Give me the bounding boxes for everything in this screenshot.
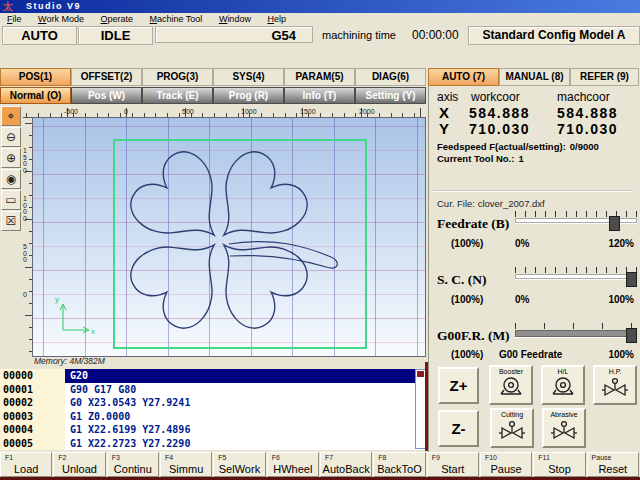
toolpath-canvas[interactable]: x y — [32, 117, 426, 357]
g00fr-label: G00F.R. (M) — [437, 328, 510, 344]
fkey-autoback[interactable]: F7 AutoBack — [320, 452, 372, 477]
menu-bar: File Work Mode Operate Machine Tool Wind… — [0, 13, 640, 26]
sc-slider[interactable] — [515, 267, 637, 287]
wcs-indicator: G54 — [155, 26, 313, 43]
gcode-text: G90 G17 G80 — [70, 383, 136, 397]
gcode-text: G1 Z0.0000 — [70, 410, 130, 424]
tab-prog[interactable]: PROG(3) — [142, 68, 213, 86]
feedrate-slider[interactable] — [515, 211, 637, 231]
ruler-label: 1000 — [23, 196, 30, 222]
program-row[interactable]: 00005 G1 X22.2723 Y27.2290 — [0, 437, 415, 451]
booster-label: Booster — [491, 368, 531, 375]
tab-auto[interactable]: AUTO (7) — [428, 68, 499, 86]
x-machcoor-value: 584.888 — [557, 105, 618, 121]
subtab-info[interactable]: Info (T) — [284, 87, 355, 104]
z-plus-button[interactable]: Z+ — [438, 367, 479, 404]
menu-item-file[interactable]: File — [0, 13, 29, 26]
fkey-reset[interactable]: Pause Reset — [587, 452, 639, 477]
view-locate-icon[interactable]: ⌖ — [1, 106, 21, 126]
booster-button[interactable]: Booster — [489, 365, 533, 405]
fkey-code: F1 — [5, 454, 13, 461]
function-key-bar: F1 Load F2 Unload F3 Continu F4 Simmu F5… — [0, 452, 640, 477]
pump-icon — [550, 376, 576, 398]
menu-item-machine-tool[interactable]: Machine Tool — [142, 13, 209, 26]
fkey-label: SelWork — [214, 463, 264, 475]
tab-offset[interactable]: OFFSET(2) — [71, 68, 142, 86]
z-minus-button[interactable]: Z- — [438, 410, 479, 447]
fkey-simmu[interactable]: F4 Simmu — [160, 452, 212, 477]
slider-track[interactable] — [515, 274, 637, 279]
current-file-value: clover_2007.dxf — [478, 198, 545, 209]
menu-item-help[interactable]: Help — [260, 13, 293, 26]
fkey-backtoo[interactable]: F8 BackToO — [373, 452, 425, 477]
tab-diag[interactable]: DIAG(6) — [355, 68, 426, 86]
clover-leaf — [122, 143, 245, 266]
zoom-in-icon[interactable]: ⊕ — [1, 148, 21, 168]
fkey-label: Start — [428, 463, 478, 475]
cutting-button[interactable]: Cutting — [490, 408, 534, 448]
tab-sys[interactable]: SYS(4) — [213, 68, 284, 86]
fkey-unload[interactable]: F2 Unload — [53, 452, 105, 477]
program-listing[interactable]: 00000 G20 00001 G90 G17 G80 00002 G0 X23… — [0, 369, 428, 450]
fkey-label: Stop — [534, 463, 584, 475]
fkey-label: AutoBack — [321, 463, 371, 475]
gcode-text: G20 — [70, 369, 88, 383]
menu-item-operate[interactable]: Operate — [93, 13, 140, 26]
fkey-load[interactable]: F1 Load — [0, 452, 52, 477]
hp-label: H.P. — [595, 368, 635, 375]
fkey-pause[interactable]: F10 Pause — [480, 452, 532, 477]
ruler-label: 0 — [23, 292, 30, 299]
slider-track[interactable] — [515, 330, 637, 337]
feedrate-slider-thumb[interactable] — [609, 216, 620, 231]
feedrate-min: 0% — [515, 238, 529, 249]
x-workcoor-value: 584.888 — [469, 105, 530, 121]
scrollbar-thumb[interactable] — [417, 371, 424, 377]
tab-refer[interactable]: REFER (9) — [570, 68, 639, 86]
line-number: 00004 — [3, 423, 33, 437]
clear-trace-icon[interactable]: ☒ — [1, 211, 21, 231]
program-row[interactable]: 00002 G0 X23.0543 Y27.9241 — [0, 396, 415, 410]
fkey-code: Pause — [592, 454, 612, 461]
hp-button[interactable]: H.P. — [593, 365, 637, 405]
subtab-normal[interactable]: Normal (O) — [0, 87, 71, 104]
fit-rect-icon[interactable]: ▭ — [1, 190, 21, 210]
program-row[interactable]: 00000 G20 — [0, 369, 415, 383]
coord-header-axis: axis — [437, 90, 458, 104]
fkey-code: F10 — [485, 454, 497, 461]
toolpath-preview: x y — [33, 118, 425, 356]
y-workcoor-value: 710.030 — [469, 121, 530, 137]
g00fr-mid-label: G00 Feedrate — [499, 349, 562, 360]
fkey-start[interactable]: F9 Start — [427, 452, 479, 477]
menu-item-window[interactable]: Window — [212, 13, 258, 26]
fkey-hwheel[interactable]: F6 HWheel — [267, 452, 319, 477]
program-row[interactable]: 00003 G1 Z0.0000 — [0, 410, 415, 424]
sc-slider-thumb[interactable] — [626, 272, 637, 287]
line-number: 00003 — [3, 410, 33, 424]
program-row[interactable]: 00004 G1 X22.6199 Y27.4896 — [0, 423, 415, 437]
section-divider — [433, 190, 633, 192]
subtab-setting[interactable]: Setting (Y) — [355, 87, 426, 104]
subtab-pos[interactable]: Pos (W) — [71, 87, 142, 104]
fkey-selwork[interactable]: F5 SelWork — [213, 452, 265, 477]
g00fr-slider-thumb[interactable] — [626, 328, 637, 343]
abrasive-button[interactable]: Abrasive — [542, 408, 586, 448]
fkey-label: Unload — [54, 463, 104, 475]
subtab-track[interactable]: Track (E) — [142, 87, 213, 104]
tab-manual[interactable]: MANUAL (8) — [499, 68, 570, 86]
ruler-label: 500 — [23, 244, 30, 264]
current-file-label: Cur. File: — [437, 198, 475, 209]
fkey-code: F8 — [378, 454, 386, 461]
fkey-stop[interactable]: F11 Stop — [533, 452, 585, 477]
subtab-prog[interactable]: Prog (R) — [213, 87, 284, 104]
center-point-icon[interactable]: ◉ — [1, 169, 21, 189]
current-tool-value: 1 — [518, 153, 523, 164]
current-tool-line: Current Tool No.:1 — [437, 153, 524, 164]
menu-item-work-mode[interactable]: Work Mode — [31, 13, 91, 26]
fkey-continu[interactable]: F3 Continu — [107, 452, 159, 477]
zoom-out-icon[interactable]: ⊖ — [1, 127, 21, 147]
program-row[interactable]: 00001 G90 G17 G80 — [0, 383, 415, 397]
g00fr-slider[interactable] — [515, 323, 637, 343]
tab-param[interactable]: PARAM(5) — [284, 68, 355, 86]
hl-button[interactable]: H/L — [541, 365, 585, 405]
tab-pos[interactable]: POS(1) — [0, 68, 71, 86]
